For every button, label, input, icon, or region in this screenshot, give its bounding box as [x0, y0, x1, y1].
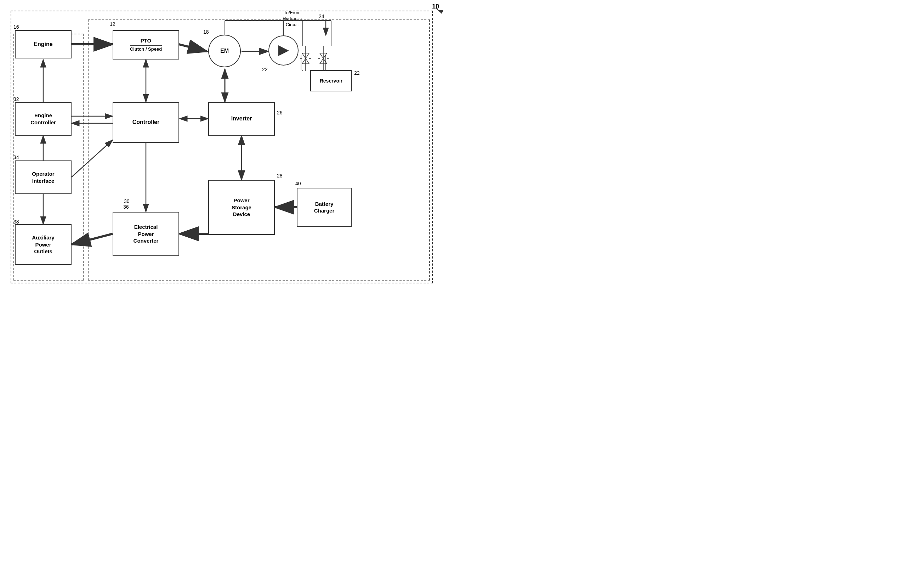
reservoir-box: Reservoir	[310, 70, 352, 92]
svg-marker-29	[279, 45, 289, 56]
pto-label: PTO	[130, 37, 162, 44]
engine-controller-box: Engine Controller	[15, 102, 72, 136]
auxiliary-power-ref: 38	[13, 219, 19, 225]
controller-ref: 30	[124, 198, 130, 204]
hydraulic-pump-ref: 22	[262, 67, 268, 72]
valve-symbol-2	[318, 46, 328, 71]
hydraulic-pump-circle	[269, 35, 299, 66]
svg-marker-1	[438, 10, 443, 13]
engine-ref: 16	[13, 24, 19, 30]
controller-box: Controller	[113, 102, 179, 143]
battery-charger-ref: 40	[295, 180, 301, 186]
hydraulic-circuit-label: To/From Hydraulic Circuit	[283, 10, 302, 28]
diagram-container: 10	[0, 0, 454, 294]
clutch-speed-label: Clutch / Speed	[130, 45, 162, 52]
electrical-power-ref: 36	[123, 204, 129, 210]
em-circle: EM	[208, 35, 241, 67]
inverter-ref: 26	[277, 110, 283, 116]
hydraulic-circuit-ref: 24	[319, 13, 324, 19]
reservoir-ref: 22	[354, 70, 360, 76]
operator-interface-box: Operator Interface	[15, 161, 72, 194]
battery-charger-box: Battery Charger	[297, 188, 352, 227]
engine-box: Engine	[15, 30, 72, 58]
inverter-box: Inverter	[208, 102, 275, 136]
operator-interface-ref: 34	[13, 155, 19, 160]
auxiliary-power-box: Auxiliary Power Outlets	[15, 224, 72, 265]
engine-controller-ref: 32	[13, 97, 19, 102]
power-storage-ref: 28	[277, 173, 283, 179]
pump-symbol	[277, 43, 291, 58]
em-ref: 18	[203, 29, 209, 35]
valve-symbol-1	[300, 46, 311, 71]
power-storage-box: Power Storage Device	[208, 180, 275, 235]
electrical-power-box: Electrical Power Converter	[113, 212, 179, 256]
pto-clutch-box: PTO Clutch / Speed	[113, 30, 179, 60]
diagram-number: 10	[432, 3, 439, 10]
pto-ref: 12	[110, 21, 116, 27]
